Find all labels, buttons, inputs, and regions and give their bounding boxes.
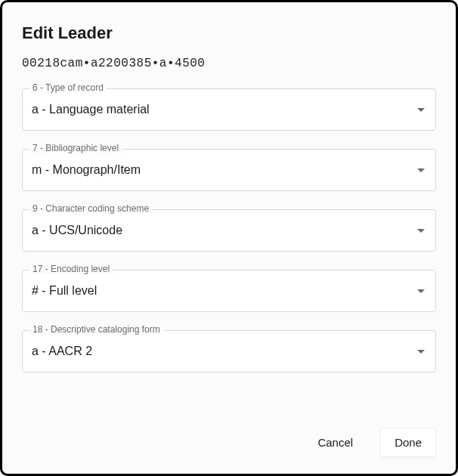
select-type-of-record[interactable]: a - Language material bbox=[22, 88, 436, 131]
select-character-coding-scheme[interactable]: a - UCS/Unicode bbox=[22, 209, 436, 252]
fields-container: 6 - Type of record a - Language material… bbox=[22, 88, 436, 413]
field-label: 7 - Bibliographic level bbox=[29, 143, 122, 153]
dialog-title: Edit Leader bbox=[22, 23, 436, 43]
select-value: a - AACR 2 bbox=[32, 345, 92, 358]
chevron-down-icon bbox=[417, 289, 425, 293]
chevron-down-icon bbox=[417, 350, 425, 354]
chevron-down-icon bbox=[417, 108, 425, 112]
select-value: m - Monograph/Item bbox=[32, 163, 141, 177]
done-button[interactable]: Done bbox=[380, 428, 436, 457]
field-bibliographic-level: 7 - Bibliographic level m - Monograph/It… bbox=[22, 149, 436, 191]
dialog-footer: Cancel Done bbox=[22, 428, 436, 457]
chevron-down-icon bbox=[417, 229, 425, 233]
field-label: 17 - Encoding level bbox=[29, 264, 113, 274]
cancel-button[interactable]: Cancel bbox=[304, 428, 367, 456]
select-bibliographic-level[interactable]: m - Monograph/Item bbox=[22, 149, 436, 191]
field-descriptive-cataloging-form: 18 - Descriptive cataloging form a - AAC… bbox=[22, 330, 436, 372]
select-value: a - UCS/Unicode bbox=[32, 224, 122, 237]
field-encoding-level: 17 - Encoding level # - Full level bbox=[22, 270, 436, 312]
field-type-of-record: 6 - Type of record a - Language material bbox=[22, 88, 436, 131]
select-value: # - Full level bbox=[32, 284, 97, 298]
leader-string: 00218cam•a2200385•a•4500 bbox=[22, 57, 436, 70]
chevron-down-icon bbox=[417, 168, 425, 172]
field-label: 9 - Character coding scheme bbox=[29, 203, 152, 214]
select-descriptive-cataloging-form[interactable]: a - AACR 2 bbox=[22, 330, 436, 372]
field-label: 6 - Type of record bbox=[29, 82, 107, 93]
select-encoding-level[interactable]: # - Full level bbox=[22, 270, 436, 312]
edit-leader-dialog: Edit Leader 00218cam•a2200385•a•4500 6 -… bbox=[0, 0, 458, 476]
select-value: a - Language material bbox=[32, 103, 150, 116]
field-character-coding-scheme: 9 - Character coding scheme a - UCS/Unic… bbox=[22, 209, 436, 252]
field-label: 18 - Descriptive cataloging form bbox=[29, 324, 163, 335]
